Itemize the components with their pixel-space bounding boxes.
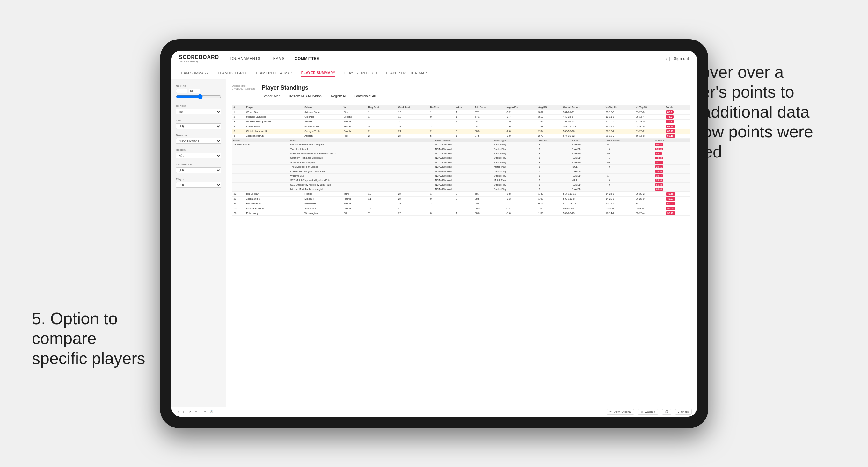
view-original-btn[interactable]: 👁 View: Original: [607, 409, 634, 415]
toolbar-clock-btn[interactable]: 🕐: [210, 410, 213, 413]
no-rds-slider[interactable]: [176, 94, 221, 99]
tt-w-points: W Points: [654, 139, 690, 143]
conference-label: Conference: [176, 163, 221, 166]
tt-rounds: Rounds: [537, 139, 570, 143]
tooltip-header: Player Event Event Division Event Type R…: [232, 139, 690, 143]
w-pts-badge: 46.7: [655, 152, 662, 155]
toolbar-options-btn[interactable]: ⋯ ▾: [201, 410, 206, 413]
gender-label: Gender: [176, 104, 221, 107]
tablet-device: SCOREBOARD Powered by clippi TOURNAMENTS…: [160, 39, 708, 428]
division-select[interactable]: NCAA Division I: [176, 138, 221, 144]
sidebar: No Rds. Gender Men Women Year: [172, 80, 226, 407]
th-points: Points: [664, 105, 690, 110]
points-badge[interactable]: 88.2: [666, 110, 674, 114]
eye-icon: 👁: [610, 410, 612, 413]
content-area: Update time: 27/01/2024 16:56:26 Player …: [226, 80, 697, 407]
points-badge[interactable]: 58.18: [666, 134, 675, 138]
division-label: Division: [176, 133, 221, 137]
watch-label: Watch: [645, 410, 652, 413]
w-pts-badge: 66.40: [655, 188, 663, 191]
comment-icon: 💬: [665, 410, 669, 413]
table-row: 23Jack LundinMissouriFourth 11240088.5-2…: [232, 196, 690, 201]
sub-nav-team-h2h-grid[interactable]: TEAM H2H GRID: [218, 70, 246, 76]
th-conf-rank: Conf Rank: [397, 105, 429, 110]
table-row-highlighted: 5Christo LamprechtGeorgia TechFourth 221…: [232, 129, 690, 133]
toolbar-copy-btn[interactable]: ⧉: [195, 410, 197, 413]
points-badge[interactable]: 76.3: [666, 115, 674, 119]
sub-nav-team-h2h-heatmap[interactable]: TEAM H2H HEATMAP: [255, 70, 292, 76]
sign-out-link[interactable]: Sign out: [674, 55, 689, 62]
nav-teams[interactable]: TEAMS: [271, 55, 285, 62]
table-row: 25Cole SherwoodVanderbiltFourth 12231088…: [232, 206, 690, 211]
nav-tournaments[interactable]: TOURNAMENTS: [229, 55, 260, 62]
th-school: School: [303, 105, 342, 110]
share-btn[interactable]: ⤴ Share: [675, 409, 691, 415]
table-row: 3Michael ThorbjornsenStanfordFourth 1201…: [232, 119, 690, 124]
tooltip-row-item: Fallen Oak Collegiate InvitationalNCAA D…: [232, 169, 690, 174]
watch-btn[interactable]: ◉ Watch ▾: [638, 409, 658, 415]
table-row: 4Luke ClatonFlorida StateSecond 5272068.…: [232, 124, 690, 129]
update-time-label: Update time:: [232, 85, 255, 87]
cell-school: Arizona State: [303, 110, 342, 115]
points-badge[interactable]: 40.27: [666, 197, 675, 200]
points-badge[interactable]: 40.02: [666, 202, 675, 205]
table-row: 24Bastien AmatNew MexicoFourth 1272069.4…: [232, 201, 690, 206]
th-vs-top25: Vs Top 25: [604, 105, 634, 110]
sidebar-region: Region N/A: [176, 148, 221, 158]
th-adj-score: Adj. Score: [473, 105, 505, 110]
tt-type: Event Type: [493, 139, 537, 143]
top-nav: SCOREBOARD Powered by clippi TOURNAMENTS…: [172, 51, 697, 67]
points-badge[interactable]: 70.2: [666, 120, 674, 123]
player-select[interactable]: (All): [176, 182, 221, 188]
points-badge-highlighted[interactable]: 60.49: [666, 129, 675, 133]
sub-nav-player-h2h-grid[interactable]: PLAYER H2H GRID: [344, 70, 377, 76]
tablet-screen: SCOREBOARD Powered by clippi TOURNAMENTS…: [172, 51, 697, 417]
update-date: 27/01/2024 16:56:26: [232, 87, 255, 90]
points-badge[interactable]: 68.94: [666, 125, 675, 128]
cell-wins: 1: [454, 110, 473, 115]
points-badge[interactable]: 40.58: [666, 192, 675, 196]
region-select[interactable]: N/A: [176, 153, 221, 158]
points-badge[interactable]: 39.95: [666, 207, 675, 210]
sub-nav-player-summary[interactable]: PLAYER SUMMARY: [301, 69, 335, 76]
cell-conf-rank: 15: [397, 110, 429, 115]
cell-points[interactable]: 88.2: [664, 110, 690, 115]
filter-gender: Gender: Men: [262, 94, 280, 98]
sub-nav-team-summary[interactable]: TEAM SUMMARY: [179, 70, 209, 76]
no-rds-label: No Rds.: [176, 85, 221, 88]
tt-event: Event: [289, 139, 434, 143]
bottom-toolbar: ◁ ▷ ↺ ⧉ ⋯ ▾ 🕐 👁 View: Original ◉ Watch ▾…: [172, 407, 697, 417]
year-select[interactable]: (All): [176, 123, 221, 129]
year-label: Year: [176, 119, 221, 122]
toolbar-forward-btn[interactable]: ▷: [183, 410, 185, 413]
toolbar-refresh-btn[interactable]: ↺: [189, 410, 191, 413]
logo-text: SCOREBOARD: [179, 55, 219, 60]
th-wins: Wins: [454, 105, 473, 110]
tooltip-row-item: Amer An IntercollegiateNCAA Division ISt…: [232, 160, 690, 164]
tooltip-row-item: Wake Forest Invitational at Pinehurst No…: [232, 151, 690, 156]
tt-status: Status: [570, 139, 606, 143]
w-pts-badge: 00.64: [655, 143, 663, 146]
th-num: #: [232, 105, 245, 110]
tt-player: Player: [232, 139, 289, 143]
toolbar-back-btn[interactable]: ◁: [177, 410, 179, 413]
logo-sub: Powered by clippi: [179, 60, 219, 63]
tooltip-header-row: Player Event Event Division Event Type R…: [232, 138, 690, 192]
comment-btn[interactable]: 💬: [662, 409, 671, 415]
tooltip-table: Player Event Event Division Event Type R…: [232, 139, 690, 192]
nav-committee[interactable]: COMMITTEE: [295, 55, 319, 62]
tt-rank-impact: Rank Impact: [606, 139, 654, 143]
filter-region: Region: All: [331, 94, 346, 98]
gender-select[interactable]: Men Women: [176, 109, 221, 115]
nav-right: ◁ | Sign out: [665, 55, 689, 62]
th-overall-record: Overall Record: [561, 105, 604, 110]
th-avg-sg: Avg SG: [537, 105, 562, 110]
table-row: 1 Wenyi Ding Arizona State First 1 15 1 …: [232, 110, 690, 115]
filter-conference: Conference: All: [354, 94, 375, 98]
conference-select[interactable]: (All): [176, 167, 221, 173]
no-rds-min-input[interactable]: [176, 89, 187, 93]
sub-nav-player-h2h-heatmap[interactable]: PLAYER H2H HEATMAP: [386, 70, 427, 76]
table-row: 2Michael La SassoOle MissSecond 1180167.…: [232, 115, 690, 119]
points-badge[interactable]: 38.49: [666, 211, 675, 215]
no-rds-max-input[interactable]: [189, 89, 200, 93]
